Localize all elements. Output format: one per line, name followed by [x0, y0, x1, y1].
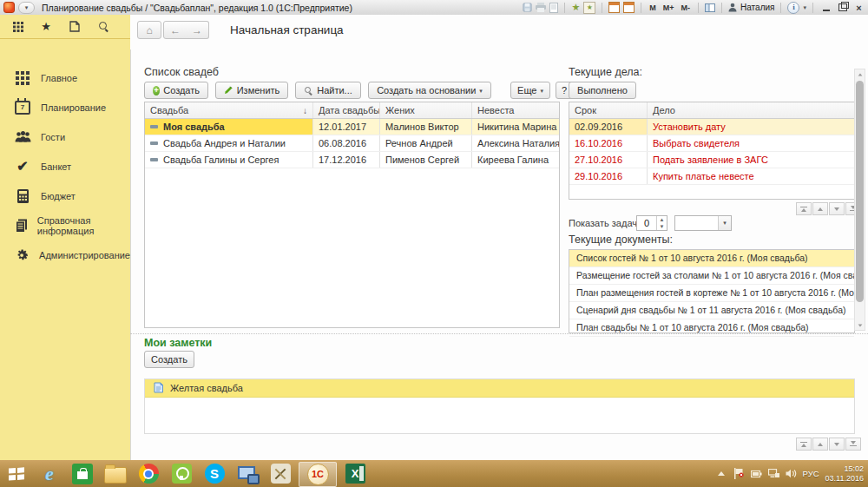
minimize-button[interactable]: [819, 2, 832, 13]
back-button[interactable]: ←: [163, 21, 187, 39]
main-menu-button[interactable]: ▾: [18, 2, 35, 14]
tray-flag-icon[interactable]: [733, 468, 745, 479]
document-link[interactable]: Размещение гостей за столами № 1 от 10 а…: [569, 267, 854, 285]
forward-button[interactable]: →: [186, 21, 209, 39]
m-plus-button[interactable]: M+: [661, 2, 676, 14]
done-button[interactable]: Выполнено: [569, 82, 636, 99]
chevron-down-icon: ▾: [479, 88, 483, 94]
column-header-groom[interactable]: Жених: [380, 102, 472, 118]
split-window-icon[interactable]: [705, 2, 715, 14]
document-link[interactable]: План свадьбы № 1 от 10 августа 2016 г. (…: [569, 319, 854, 337]
tray-network-icon[interactable]: [768, 468, 779, 479]
sidebar-item-guests[interactable]: Гости: [0, 122, 130, 152]
document-link[interactable]: Список гостей № 1 от 10 августа 2016 г. …: [569, 250, 854, 267]
create-note-button[interactable]: Создать: [144, 351, 194, 368]
scroll-last-button[interactable]: [845, 438, 861, 451]
spinner-down-icon[interactable]: ▼: [657, 223, 667, 230]
print-icon[interactable]: [536, 2, 546, 14]
language-indicator[interactable]: РУС: [803, 469, 819, 478]
scroll-down-button[interactable]: [855, 320, 865, 330]
explorer-taskbar-button[interactable]: [99, 460, 132, 487]
create-based-on-button[interactable]: Создать на основании ▾: [368, 82, 491, 99]
tasks-days-spinner[interactable]: 0 ▲ ▼: [636, 215, 667, 231]
note-item[interactable]: Желтая свадьба: [145, 379, 854, 398]
task-row[interactable]: 16.10.2016 Выбрать свидетеля: [569, 135, 854, 152]
sections-grid-icon[interactable]: [10, 20, 24, 34]
scroll-up-button[interactable]: [855, 69, 865, 79]
edit-button[interactable]: Изменить: [215, 82, 288, 99]
info-menu-button[interactable]: i: [787, 2, 799, 14]
onec-taskbar-button[interactable]: 1С: [297, 460, 339, 487]
network-app-taskbar-button[interactable]: [231, 460, 264, 487]
task-row[interactable]: 02.09.2016 Установить дату: [569, 119, 854, 135]
sidebar-item-banquet[interactable]: ✔ Банкет: [0, 152, 130, 181]
tray-expand-icon[interactable]: [716, 468, 727, 479]
restore-button[interactable]: [836, 2, 849, 13]
column-header-wedding[interactable]: Свадьба ↓: [145, 102, 313, 118]
print-preview-icon[interactable]: [549, 2, 558, 14]
designer-taskbar-button[interactable]: [264, 460, 297, 487]
m-button[interactable]: M: [648, 2, 658, 14]
start-button[interactable]: [0, 460, 33, 487]
calendar-icon[interactable]: [608, 2, 620, 14]
documents-icon: [12, 219, 30, 233]
record-icon: [150, 141, 158, 145]
tray-battery-icon[interactable]: [751, 468, 762, 479]
history-icon[interactable]: [68, 20, 82, 34]
sidebar-item-budget[interactable]: Бюджет: [0, 181, 130, 211]
clock[interactable]: 15:02 03.11.2016: [825, 464, 864, 483]
m-minus-button[interactable]: M-: [680, 2, 693, 14]
excel-taskbar-button[interactable]: X: [339, 460, 372, 487]
column-header-date[interactable]: Дата свадьбы: [313, 102, 380, 118]
task-row[interactable]: 27.10.2016 Подать заявление в ЗАГС: [569, 152, 854, 168]
home-button[interactable]: ⌂: [137, 21, 161, 39]
favorites-icon[interactable]: ★: [39, 20, 53, 34]
store-icon: [72, 464, 93, 484]
voice-app-taskbar-button[interactable]: [165, 460, 198, 487]
sidebar-item-home[interactable]: Главное: [0, 63, 130, 93]
create-button[interactable]: + Создать: [144, 82, 208, 99]
table-row[interactable]: Моя свадьба 12.01.2017 Малинов Виктор Ни…: [145, 119, 559, 135]
sidebar-item-administration[interactable]: Администрирование: [0, 240, 130, 270]
user-name[interactable]: Наталия: [740, 3, 774, 12]
column-header-bride[interactable]: Невеста: [472, 102, 559, 118]
chevron-down-icon[interactable]: ▾: [803, 4, 806, 10]
save-icon[interactable]: [523, 2, 532, 14]
spinner-up-icon[interactable]: ▲: [657, 216, 667, 223]
document-link[interactable]: План размещения гостей в кортеже № 1 от …: [569, 285, 854, 302]
scroll-first-button[interactable]: [796, 202, 812, 215]
tasks-period-combobox[interactable]: ▾: [674, 215, 732, 231]
favorites-star-icon[interactable]: ★: [571, 2, 580, 14]
document-link[interactable]: Сценарий дня свадьбы № 1 от 11 августа 2…: [569, 302, 854, 319]
scroll-up-button[interactable]: [812, 438, 828, 451]
scroll-down-button[interactable]: [829, 202, 845, 215]
chrome-taskbar-button[interactable]: [132, 460, 165, 487]
find-button[interactable]: Найти...: [295, 82, 361, 99]
skype-taskbar-button[interactable]: S: [198, 460, 231, 487]
ie-taskbar-button[interactable]: e: [33, 460, 66, 487]
scroll-up-button[interactable]: [812, 202, 828, 215]
right-scrollbar[interactable]: [854, 69, 865, 331]
table-row[interactable]: Свадьба Андрея и Наталии 06.08.2016 Речн…: [145, 135, 559, 152]
weddings-table: Свадьба ↓ Дата свадьбы Жених Невеста Моя…: [144, 102, 560, 328]
close-button[interactable]: ×: [852, 2, 865, 13]
scroll-first-button[interactable]: [796, 438, 812, 451]
chevron-down-icon[interactable]: ▾: [718, 216, 731, 230]
store-taskbar-button[interactable]: [66, 460, 99, 487]
calculator-icon: [12, 189, 33, 203]
search-icon[interactable]: [96, 20, 110, 34]
more-button[interactable]: Еще ▾: [510, 82, 550, 99]
task-row[interactable]: 29.10.2016 Купить платье невесте: [569, 168, 854, 185]
sidebar-item-planning[interactable]: 7 Планирование: [0, 93, 130, 122]
table-row[interactable]: Свадьба Галины и Сергея 17.12.2016 Пимен…: [145, 152, 559, 168]
calendar-alt-icon[interactable]: [623, 2, 635, 14]
tray-volume-icon[interactable]: [786, 468, 797, 479]
scrollbar-thumb[interactable]: [856, 81, 864, 302]
spinner-value[interactable]: 0: [637, 216, 656, 230]
column-header-due[interactable]: Срок: [569, 102, 648, 118]
combobox-value[interactable]: [675, 216, 718, 230]
scroll-down-button[interactable]: [829, 438, 845, 451]
column-header-task[interactable]: Дело: [648, 102, 854, 118]
sidebar-item-reference[interactable]: Справочная информация: [0, 211, 130, 240]
favorites-add-icon[interactable]: ★: [583, 2, 595, 14]
